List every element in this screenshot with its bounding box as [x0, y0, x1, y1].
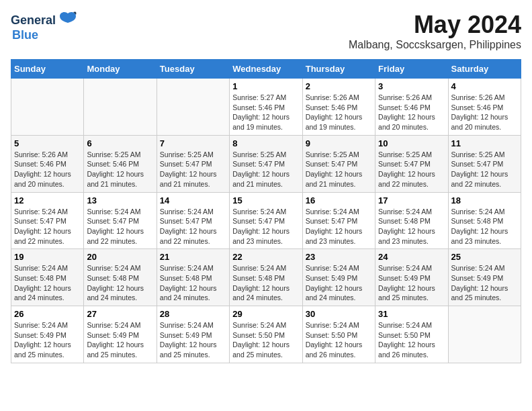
- day-number: 2: [306, 81, 372, 91]
- day-number: 19: [14, 252, 81, 262]
- logo-bird-icon: [57, 11, 77, 30]
- day-number: 9: [306, 138, 372, 148]
- day-info: Sunrise: 5:24 AMSunset: 5:47 PMDaylight:…: [306, 207, 372, 246]
- day-number: 27: [87, 309, 153, 319]
- day-number: 31: [378, 309, 445, 319]
- day-info: Sunrise: 5:26 AMSunset: 5:46 PMDaylight:…: [14, 150, 81, 189]
- calendar-cell: [157, 79, 229, 136]
- day-number: 13: [87, 195, 153, 205]
- day-number: 24: [378, 252, 445, 262]
- calendar-cell: [448, 306, 521, 363]
- logo-general-text: General: [11, 13, 56, 28]
- logo: General Blue: [11, 11, 77, 42]
- day-number: 15: [232, 195, 299, 205]
- calendar-cell: 20Sunrise: 5:24 AMSunset: 5:48 PMDayligh…: [84, 249, 157, 306]
- calendar-cell: [84, 79, 157, 136]
- day-info: Sunrise: 5:24 AMSunset: 5:48 PMDaylight:…: [160, 263, 226, 303]
- day-info: Sunrise: 5:24 AMSunset: 5:49 PMDaylight:…: [87, 320, 153, 360]
- calendar-cell: 10Sunrise: 5:25 AMSunset: 5:47 PMDayligh…: [375, 135, 448, 192]
- weekday-header-thursday: Thursday: [302, 60, 375, 79]
- weekday-header-saturday: Saturday: [448, 60, 521, 79]
- calendar-cell: 12Sunrise: 5:24 AMSunset: 5:47 PMDayligh…: [11, 192, 84, 249]
- day-info: Sunrise: 5:27 AMSunset: 5:46 PMDaylight:…: [232, 93, 299, 132]
- weekday-header-sunday: Sunday: [11, 60, 84, 79]
- day-info: Sunrise: 5:24 AMSunset: 5:47 PMDaylight:…: [87, 207, 153, 246]
- calendar-cell: 21Sunrise: 5:24 AMSunset: 5:48 PMDayligh…: [157, 249, 229, 306]
- day-info: Sunrise: 5:24 AMSunset: 5:49 PMDaylight:…: [451, 263, 518, 303]
- month-year-title: May 2024: [349, 11, 521, 39]
- day-number: 20: [87, 252, 153, 262]
- day-info: Sunrise: 5:24 AMSunset: 5:48 PMDaylight:…: [378, 207, 445, 246]
- calendar-cell: 2Sunrise: 5:26 AMSunset: 5:46 PMDaylight…: [302, 79, 375, 136]
- location-subtitle: Malbang, Soccsksargen, Philippines: [349, 39, 521, 51]
- calendar-cell: [11, 79, 84, 136]
- calendar-cell: 15Sunrise: 5:24 AMSunset: 5:47 PMDayligh…: [230, 192, 302, 249]
- day-number: 8: [232, 138, 299, 148]
- day-info: Sunrise: 5:24 AMSunset: 5:48 PMDaylight:…: [14, 263, 81, 303]
- day-info: Sunrise: 5:24 AMSunset: 5:49 PMDaylight:…: [306, 263, 372, 303]
- day-number: 26: [14, 309, 81, 319]
- calendar-cell: 18Sunrise: 5:24 AMSunset: 5:48 PMDayligh…: [448, 192, 521, 249]
- day-number: 11: [451, 138, 518, 148]
- day-number: 4: [451, 81, 518, 91]
- calendar-cell: 17Sunrise: 5:24 AMSunset: 5:48 PMDayligh…: [375, 192, 448, 249]
- day-info: Sunrise: 5:25 AMSunset: 5:46 PMDaylight:…: [87, 150, 153, 189]
- day-info: Sunrise: 5:24 AMSunset: 5:48 PMDaylight:…: [232, 263, 299, 303]
- day-number: 28: [160, 309, 226, 319]
- day-info: Sunrise: 5:24 AMSunset: 5:48 PMDaylight:…: [87, 263, 153, 303]
- title-section: May 2024 Malbang, Soccsksargen, Philippi…: [349, 11, 521, 51]
- calendar-cell: 14Sunrise: 5:24 AMSunset: 5:47 PMDayligh…: [157, 192, 229, 249]
- day-info: Sunrise: 5:25 AMSunset: 5:47 PMDaylight:…: [378, 150, 445, 189]
- calendar-cell: 22Sunrise: 5:24 AMSunset: 5:48 PMDayligh…: [230, 249, 302, 306]
- calendar-cell: 28Sunrise: 5:24 AMSunset: 5:49 PMDayligh…: [157, 306, 229, 363]
- day-info: Sunrise: 5:25 AMSunset: 5:47 PMDaylight:…: [306, 150, 372, 189]
- day-number: 10: [378, 138, 445, 148]
- calendar-cell: 30Sunrise: 5:24 AMSunset: 5:50 PMDayligh…: [302, 306, 375, 363]
- day-number: 14: [160, 195, 226, 205]
- calendar-cell: 24Sunrise: 5:24 AMSunset: 5:49 PMDayligh…: [375, 249, 448, 306]
- logo-blue-text: Blue: [11, 28, 38, 42]
- calendar-cell: 23Sunrise: 5:24 AMSunset: 5:49 PMDayligh…: [302, 249, 375, 306]
- day-info: Sunrise: 5:25 AMSunset: 5:47 PMDaylight:…: [232, 150, 299, 189]
- day-number: 25: [451, 252, 518, 262]
- day-number: 1: [232, 81, 299, 91]
- day-number: 12: [14, 195, 81, 205]
- day-info: Sunrise: 5:26 AMSunset: 5:46 PMDaylight:…: [306, 93, 372, 132]
- day-number: 6: [87, 138, 153, 148]
- day-info: Sunrise: 5:24 AMSunset: 5:50 PMDaylight:…: [378, 320, 445, 360]
- calendar-cell: 19Sunrise: 5:24 AMSunset: 5:48 PMDayligh…: [11, 249, 84, 306]
- calendar-cell: 29Sunrise: 5:24 AMSunset: 5:50 PMDayligh…: [230, 306, 302, 363]
- calendar-cell: 25Sunrise: 5:24 AMSunset: 5:49 PMDayligh…: [448, 249, 521, 306]
- day-info: Sunrise: 5:26 AMSunset: 5:46 PMDaylight:…: [378, 93, 445, 132]
- weekday-header-friday: Friday: [375, 60, 448, 79]
- day-info: Sunrise: 5:24 AMSunset: 5:49 PMDaylight:…: [14, 320, 81, 360]
- day-info: Sunrise: 5:24 AMSunset: 5:50 PMDaylight:…: [306, 320, 372, 360]
- day-info: Sunrise: 5:24 AMSunset: 5:47 PMDaylight:…: [232, 207, 299, 246]
- calendar-cell: 27Sunrise: 5:24 AMSunset: 5:49 PMDayligh…: [84, 306, 157, 363]
- day-number: 22: [232, 252, 299, 262]
- calendar-cell: 13Sunrise: 5:24 AMSunset: 5:47 PMDayligh…: [84, 192, 157, 249]
- day-info: Sunrise: 5:24 AMSunset: 5:48 PMDaylight:…: [451, 207, 518, 246]
- day-number: 30: [306, 309, 372, 319]
- day-info: Sunrise: 5:24 AMSunset: 5:47 PMDaylight:…: [160, 207, 226, 246]
- calendar-cell: 16Sunrise: 5:24 AMSunset: 5:47 PMDayligh…: [302, 192, 375, 249]
- calendar-cell: 1Sunrise: 5:27 AMSunset: 5:46 PMDaylight…: [230, 79, 302, 136]
- weekday-header-monday: Monday: [84, 60, 157, 79]
- day-number: 18: [451, 195, 518, 205]
- day-info: Sunrise: 5:24 AMSunset: 5:49 PMDaylight:…: [160, 320, 226, 360]
- day-number: 3: [378, 81, 445, 91]
- calendar-cell: 4Sunrise: 5:26 AMSunset: 5:46 PMDaylight…: [448, 79, 521, 136]
- day-info: Sunrise: 5:25 AMSunset: 5:47 PMDaylight:…: [451, 150, 518, 189]
- calendar-cell: 31Sunrise: 5:24 AMSunset: 5:50 PMDayligh…: [375, 306, 448, 363]
- day-number: 17: [378, 195, 445, 205]
- day-info: Sunrise: 5:24 AMSunset: 5:47 PMDaylight:…: [14, 207, 81, 246]
- day-number: 29: [232, 309, 299, 319]
- day-number: 16: [306, 195, 372, 205]
- day-number: 23: [306, 252, 372, 262]
- day-number: 21: [160, 252, 226, 262]
- day-info: Sunrise: 5:24 AMSunset: 5:49 PMDaylight:…: [378, 263, 445, 303]
- calendar-cell: 26Sunrise: 5:24 AMSunset: 5:49 PMDayligh…: [11, 306, 84, 363]
- day-info: Sunrise: 5:24 AMSunset: 5:50 PMDaylight:…: [232, 320, 299, 360]
- weekday-header-wednesday: Wednesday: [230, 60, 302, 79]
- calendar-table: SundayMondayTuesdayWednesdayThursdayFrid…: [11, 59, 521, 363]
